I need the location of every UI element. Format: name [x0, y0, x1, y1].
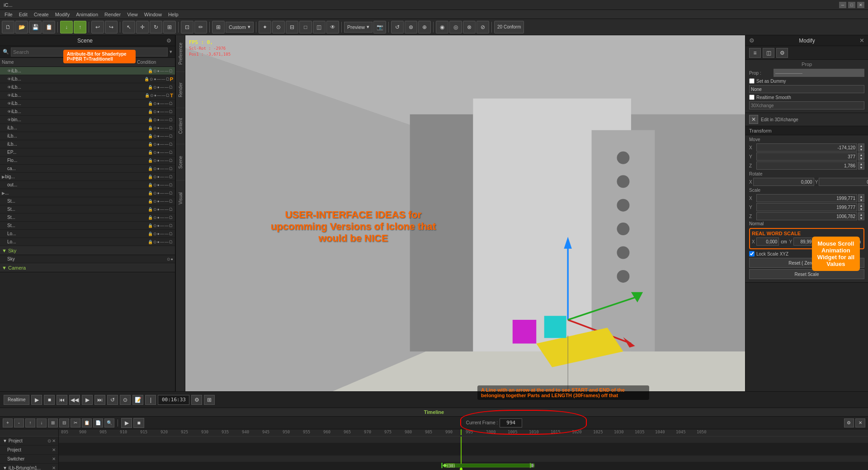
note-button[interactable]: |: [145, 395, 156, 405]
list-item[interactable]: iLb... 🔒⊙●——🗋: [0, 140, 175, 148]
select-button[interactable]: ↖: [123, 21, 135, 33]
redo-button[interactable]: ↪: [105, 21, 118, 33]
annotation-button[interactable]: 📝: [132, 395, 143, 405]
save-as-button[interactable]: 📋: [42, 21, 55, 33]
scale-x-input[interactable]: [756, 194, 857, 202]
save-button[interactable]: 💾: [29, 21, 42, 33]
scale-z-spinner[interactable]: ▲▼: [858, 212, 864, 220]
move-z-input[interactable]: [756, 161, 857, 170]
sky-group[interactable]: ▼ Sky: [0, 246, 175, 255]
conform-button[interactable]: 20 Conform: [494, 21, 524, 33]
transform-section-header[interactable]: Transform: [745, 126, 868, 135]
scene-tab[interactable]: Scene: [176, 144, 185, 180]
menu-modify[interactable]: Modify: [52, 12, 72, 17]
realtime-button[interactable]: Realtime: [4, 395, 29, 405]
tl-add-button[interactable]: +: [3, 418, 13, 427]
list-item[interactable]: ▶ big... 🔒⊙●——🗋: [0, 173, 175, 181]
tl-close-button[interactable]: ✕: [855, 418, 865, 427]
to-end-button[interactable]: ⏭: [94, 395, 105, 405]
snap-button[interactable]: ⊡: [181, 21, 193, 33]
settings-play-button[interactable]: ⚙: [191, 395, 202, 405]
project-label[interactable]: Project ✕: [0, 446, 58, 455]
tl-stop-button[interactable]: ■: [133, 418, 144, 428]
record-button[interactable]: ⊙: [120, 395, 131, 405]
preview-dropdown[interactable]: Preview ▾: [344, 22, 373, 33]
project-group-close[interactable]: ✕: [52, 438, 56, 443]
custom-dropdown[interactable]: Custom ▾: [226, 22, 254, 33]
paint-button[interactable]: ✏: [194, 21, 207, 33]
camera2-button[interactable]: 📷: [373, 21, 386, 33]
scale-x-spinner[interactable]: ▲▼: [858, 194, 864, 202]
maximize-button[interactable]: □: [848, 2, 855, 8]
anim2-button[interactable]: ⊛: [405, 21, 417, 33]
current-frame-input[interactable]: [500, 418, 522, 427]
modify-tab-2[interactable]: ◫: [763, 48, 774, 58]
anim7-button[interactable]: ⊘: [476, 21, 489, 33]
lock-scale-checkbox[interactable]: [749, 251, 755, 256]
menu-view[interactable]: View: [124, 12, 141, 17]
to-start-button[interactable]: ⏮: [57, 395, 67, 405]
list-item[interactable]: Flo... 🔒⊙●——🗋: [0, 157, 175, 165]
list-item[interactable]: 👁 iLb... 🔒⊙●——🗋: [0, 83, 175, 91]
stop-button[interactable]: ■: [44, 395, 55, 405]
anim6-button[interactable]: ⊗: [463, 21, 476, 33]
xchange-icon[interactable]: ✕: [749, 115, 758, 124]
tl-copy-button[interactable]: 📋: [82, 418, 92, 427]
scale-y-input[interactable]: [756, 203, 857, 211]
open-button[interactable]: 📂: [15, 21, 28, 33]
undo-button[interactable]: ↩: [91, 21, 104, 33]
scene-settings-button[interactable]: ⚙: [166, 38, 171, 44]
tl-up-button[interactable]: ↑: [25, 418, 35, 427]
visual-tab[interactable]: Visual: [176, 180, 185, 216]
menu-render[interactable]: Render: [102, 12, 123, 17]
scale-button[interactable]: ⊞: [163, 21, 176, 33]
list-item[interactable]: out... 🔒⊙●——🗋: [0, 181, 175, 189]
tl-group-button[interactable]: ⊞: [48, 418, 58, 427]
list-item[interactable]: St... 🔒⊙●——🗋: [0, 197, 175, 205]
move-y-spinner[interactable]: ▲▼: [858, 152, 864, 161]
name-input[interactable]: [749, 85, 864, 93]
menu-help[interactable]: Help: [165, 12, 181, 17]
move-x-input[interactable]: [756, 143, 857, 152]
list-item[interactable]: 👁 iLb... 🔒⊙●——🗋 P: [0, 75, 175, 83]
modify-close-button[interactable]: ✕: [859, 37, 864, 44]
list-item[interactable]: iLb... 🔒⊙●——🗋: [0, 132, 175, 140]
list-item[interactable]: 👁 iLb... 🔒⊙●——🗋: [0, 100, 175, 108]
list-item[interactable]: 👁 bin... 🔒⊙●——🗋: [0, 116, 175, 124]
anim1-button[interactable]: ↺: [391, 21, 404, 33]
tl-play-button[interactable]: ▶: [121, 418, 132, 428]
set-as-dummy-checkbox[interactable]: [749, 78, 755, 84]
mat-button[interactable]: ◫: [313, 21, 326, 33]
content-tab[interactable]: Content: [176, 108, 185, 144]
filter-icon[interactable]: ▾: [170, 49, 172, 55]
anim5-button[interactable]: ◎: [449, 21, 462, 33]
list-item[interactable]: EP... 🔒⊙●——🗋: [0, 148, 175, 157]
close-button[interactable]: ✕: [857, 2, 864, 8]
list-item[interactable]: St... 🔒⊙●——🗋: [0, 214, 175, 222]
menu-edit[interactable]: Edit: [16, 12, 30, 17]
list-item[interactable]: ▶ ... 🔒⊙●——🗋: [0, 189, 175, 197]
switcher-close[interactable]: ✕: [52, 456, 56, 461]
ilb-group-label[interactable]: ▼ iLb-Brtung(m1... ✕: [0, 464, 58, 470]
project-close[interactable]: ✕: [52, 447, 56, 452]
list-item[interactable]: St... 🔒⊙●——🗋: [0, 205, 175, 214]
new-button[interactable]: 🗋: [2, 21, 14, 33]
next-frame-button[interactable]: ▶: [82, 395, 93, 405]
list-item[interactable]: 👁 iLb... 🔒⊙●——🗋: [0, 108, 175, 116]
play-button[interactable]: ▶: [31, 395, 42, 405]
fullscreen-button[interactable]: ⊞: [204, 395, 215, 405]
anim3-button[interactable]: ⊕: [418, 21, 431, 33]
move-z-spinner[interactable]: ▲▼: [858, 161, 864, 170]
list-item[interactable]: Lo... 🔒⊙●——🗋: [0, 230, 175, 238]
export-button[interactable]: ↑: [74, 21, 86, 33]
move-y-input[interactable]: [756, 152, 857, 161]
preference-tab[interactable]: Preference: [176, 35, 185, 71]
camera-group[interactable]: ▼ Camera: [0, 263, 175, 272]
menu-animation[interactable]: Animation: [73, 12, 101, 17]
move-x-spinner[interactable]: ▲▼: [858, 143, 864, 152]
list-item[interactable]: Lo... 🔒⊙●——🗋: [0, 238, 175, 246]
ilb-close[interactable]: ✕: [52, 465, 56, 470]
rotate-y-input[interactable]: [819, 178, 868, 186]
rws-x-input[interactable]: [756, 237, 779, 246]
scale-y-spinner[interactable]: ▲▼: [858, 203, 864, 211]
